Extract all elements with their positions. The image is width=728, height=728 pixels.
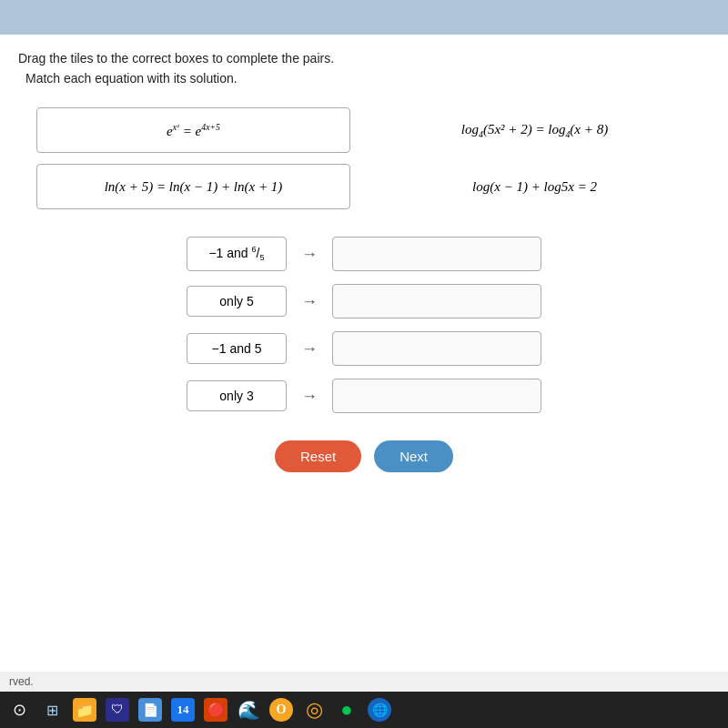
drop-box-3[interactable] — [332, 331, 541, 366]
match-row-3: −1 and 5 → — [187, 331, 541, 366]
arrow-2: → — [301, 292, 318, 311]
taskbar-num-icon[interactable]: 14 — [171, 698, 195, 722]
instruction-2: Match each equation with its solution. — [18, 71, 710, 86]
equation-box-1: ex² = e4x+5 — [36, 107, 350, 153]
taskbar: ⊙ ⊞ 📁 🛡 📄 14 🔴 🌊 O ◎ ● 🌐 — [0, 692, 728, 728]
tile-2[interactable]: only 5 — [187, 286, 287, 317]
taskbar-search-icon[interactable]: ⊙ — [7, 698, 31, 722]
top-bar — [0, 0, 728, 35]
drop-box-1[interactable] — [332, 237, 541, 271]
taskbar-green-icon[interactable]: ● — [335, 698, 359, 722]
taskbar-shield-icon[interactable]: 🛡 — [106, 698, 129, 722]
instruction-1: Drag the tiles to the correct boxes to c… — [18, 51, 710, 66]
arrow-1: → — [301, 245, 318, 264]
taskbar-edge-icon[interactable]: 🌊 — [237, 698, 260, 722]
taskbar-o-icon[interactable]: O — [269, 698, 293, 722]
tile-3[interactable]: −1 and 5 — [187, 333, 287, 364]
buttons-row: Reset Next — [18, 440, 710, 472]
match-row-4: only 3 → — [187, 379, 541, 413]
drop-box-2[interactable] — [332, 284, 541, 318]
taskbar-folder-icon[interactable]: 📁 — [73, 698, 96, 722]
tile-4[interactable]: only 3 — [187, 380, 287, 411]
equation-box-4: log(x − 1) + log5x = 2 — [378, 164, 692, 209]
equations-grid: ex² = e4x+5 log4(5x² + 2) = log4(x + 8) … — [18, 107, 710, 209]
equation-box-3: ln(x + 5) = ln(x − 1) + ln(x + 1) — [36, 164, 350, 209]
match-row-2: only 5 → — [187, 284, 541, 318]
taskbar-orange-icon[interactable]: 🔴 — [204, 698, 228, 722]
arrow-4: → — [301, 387, 318, 406]
arrow-3: → — [301, 339, 318, 359]
matching-area: −1 and 6/5 → only 5 → −1 and 5 → only 3 … — [18, 237, 710, 413]
equation-box-2: log4(5x² + 2) = log4(x + 8) — [378, 107, 692, 153]
taskbar-globe-icon[interactable]: 🌐 — [368, 698, 391, 722]
equation-3-text: ln(x + 5) = ln(x − 1) + ln(x + 1) — [105, 179, 283, 195]
tile-1[interactable]: −1 and 6/5 — [187, 237, 287, 270]
reset-button[interactable]: Reset — [275, 440, 361, 472]
match-row-1: −1 and 6/5 → — [187, 237, 541, 271]
taskbar-file-icon[interactable]: 📄 — [138, 698, 162, 722]
taskbar-circle-icon[interactable]: ◎ — [302, 698, 326, 722]
content: Drag the tiles to the correct boxes to c… — [0, 35, 728, 672]
taskbar-desktop-icon[interactable]: ⊞ — [40, 698, 64, 722]
copyright-text: rved. — [0, 672, 728, 692]
equation-1-text: ex² = e4x+5 — [167, 122, 220, 139]
drop-box-4[interactable] — [332, 379, 541, 413]
next-button[interactable]: Next — [374, 440, 453, 472]
equation-2-text: log4(5x² + 2) = log4(x + 8) — [461, 122, 608, 139]
screen: Drag the tiles to the correct boxes to c… — [0, 0, 728, 692]
equation-4-text: log(x − 1) + log5x = 2 — [472, 179, 597, 195]
